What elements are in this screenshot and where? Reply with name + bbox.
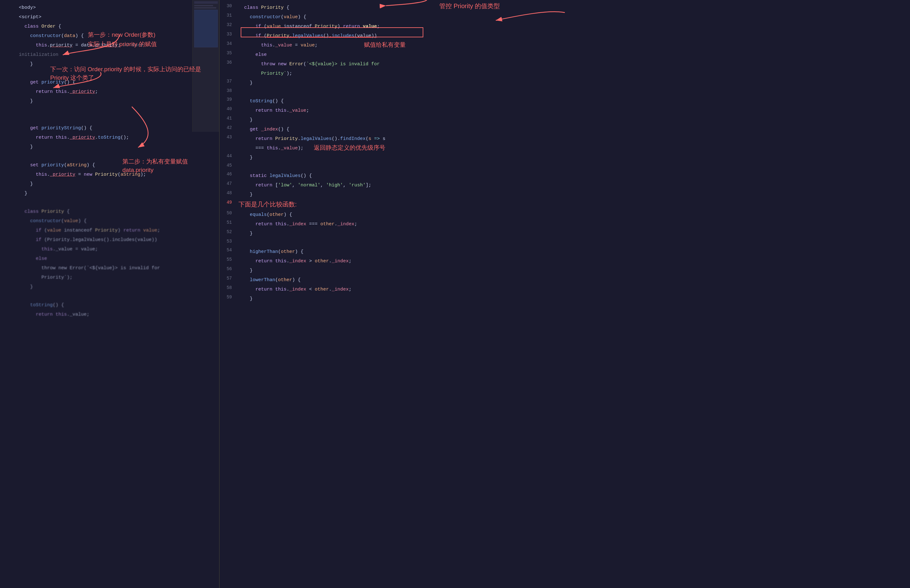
code-line: 57 lowerThan(other) { <box>220 276 910 285</box>
line-number: 32 <box>220 22 237 27</box>
line-content: return this._index < other._index; <box>237 285 910 294</box>
code-line: 35 else <box>220 50 910 60</box>
code-line: 34 this._value = value; 赋值给私有变量 <box>220 41 910 50</box>
line-content: } <box>17 60 219 69</box>
minimap-left <box>192 0 219 132</box>
line-number: 37 <box>220 79 237 84</box>
code-line <box>0 198 219 207</box>
line-content: constructor(value) { <box>237 13 910 22</box>
code-line: if (Priority.legalValues().includes(valu… <box>0 235 219 245</box>
code-line: 41 } <box>220 115 910 125</box>
line-content: get priority() { <box>17 78 219 87</box>
line-number: 55 <box>220 257 237 262</box>
code-line: 38 <box>220 88 910 97</box>
code-line: class Order { <box>0 22 219 31</box>
code-line: constructor(data) { 第一步：new Order(参数) <box>0 31 219 41</box>
line-number: 45 <box>220 163 237 168</box>
line-number: 54 <box>220 247 237 253</box>
line-number: 51 <box>220 220 237 225</box>
left-code-area: <body> <script> class Order { constructo… <box>0 0 219 323</box>
line-content: constructor(value) { <box>17 217 219 226</box>
code-line: } <box>0 142 219 152</box>
code-line: 54 higherThan(other) { <box>220 247 910 257</box>
line-content: } <box>17 180 219 189</box>
code-line: 32 if (value instanceof Priority) return… <box>220 22 910 31</box>
code-line: 33 if (Priority.legalValues().includes(v… <box>220 31 910 41</box>
line-content: === this._value); <box>237 144 910 153</box>
right-code-area: 30 class Priority { 管控 Priority 的值类型 31 … <box>220 0 910 307</box>
line-number: 53 <box>220 239 237 244</box>
code-line: 37 } <box>220 78 910 88</box>
code-line: 31 constructor(value) { <box>220 13 910 22</box>
line-content: else <box>17 254 219 263</box>
line-content: } <box>237 191 910 199</box>
line-content: class Order { <box>17 22 219 31</box>
line-number: 56 <box>220 267 237 271</box>
line-number: 43 <box>220 135 237 140</box>
line-content: throw new Error(`<${value}> is invalid f… <box>237 60 910 69</box>
line-content: this._value = value; <box>237 41 910 50</box>
code-line: constructor(value) { <box>0 216 219 226</box>
right-panel: 30 class Priority { 管控 Priority 的值类型 31 … <box>220 0 910 588</box>
line-content: if (value instanceof Priority) return va… <box>237 22 910 31</box>
code-line: 36 throw new Error(`<${value}> is invali… <box>220 60 910 69</box>
line-content: return this._priority.toString(); <box>17 133 219 142</box>
line-number: 46 <box>220 172 237 177</box>
line-content: } <box>237 267 910 275</box>
code-line: Priority`); <box>220 69 910 78</box>
line-content: return Priority.legalValues().findIndex(… <box>237 135 910 144</box>
code-line: 44 } <box>220 153 910 163</box>
code-line: 39 toString() { <box>220 97 910 106</box>
line-content: toString() { <box>237 97 910 106</box>
code-line: class Priority { <box>0 207 219 216</box>
line-content: } <box>237 79 910 87</box>
line-content: return this._value; <box>237 107 910 115</box>
code-line: 53 <box>220 239 910 247</box>
line-number: 31 <box>220 13 237 18</box>
code-line: 59 } <box>220 294 910 304</box>
line-content: get priorityString() { <box>17 124 219 133</box>
code-line: throw new Error(`<${value}> is invalid f… <box>0 263 219 273</box>
line-content: if (Priority.legalValues().includes(valu… <box>237 32 910 40</box>
line-content: set priority(aString) { <box>17 161 219 170</box>
line-content: } <box>17 143 219 152</box>
code-line <box>0 292 219 300</box>
code-line: } <box>0 97 219 106</box>
code-line: } <box>0 60 219 69</box>
line-number: 39 <box>220 97 237 102</box>
line-content: static legalValues() { <box>237 172 910 181</box>
code-line: 56 } <box>220 266 910 276</box>
line-number: 44 <box>220 153 237 158</box>
line-content: throw new Error(`<${value}> is invalid f… <box>17 264 219 273</box>
line-content: <body> <box>17 3 219 12</box>
line-content: this.priority = data.priority; // more <box>17 41 219 50</box>
code-line: 42 get _index() { <box>220 125 910 134</box>
code-line: } <box>0 283 219 292</box>
line-content: return this._index === other._index; <box>237 220 910 229</box>
line-content: } <box>17 97 219 106</box>
line-content: } <box>237 153 910 162</box>
line-content: toString() { <box>17 301 219 310</box>
line-content: initialization <box>17 50 219 59</box>
line-content: } <box>17 189 219 198</box>
line-number: 57 <box>220 276 237 281</box>
line-content: Priority`); <box>17 273 219 282</box>
line-number: 40 <box>220 107 237 111</box>
code-line: 46 static legalValues() { <box>220 171 910 181</box>
line-content: } <box>237 295 910 304</box>
code-line: 48 } <box>220 190 910 200</box>
line-content: equals(other) { <box>237 210 910 219</box>
line-content: } <box>17 283 219 291</box>
code-line <box>0 115 219 124</box>
left-panel: <body> <script> class Order { constructo… <box>0 0 220 588</box>
code-line <box>0 152 219 161</box>
line-number: 36 <box>220 60 237 65</box>
code-line: 58 return this._index < other._index; <box>220 285 910 294</box>
code-line: else <box>0 254 219 263</box>
code-line: 45 <box>220 163 910 171</box>
code-line: <body> <box>0 3 219 13</box>
line-number: 50 <box>220 210 237 216</box>
line-number: 52 <box>220 229 237 234</box>
line-number: 49 <box>220 200 237 205</box>
code-line: } <box>0 189 219 198</box>
